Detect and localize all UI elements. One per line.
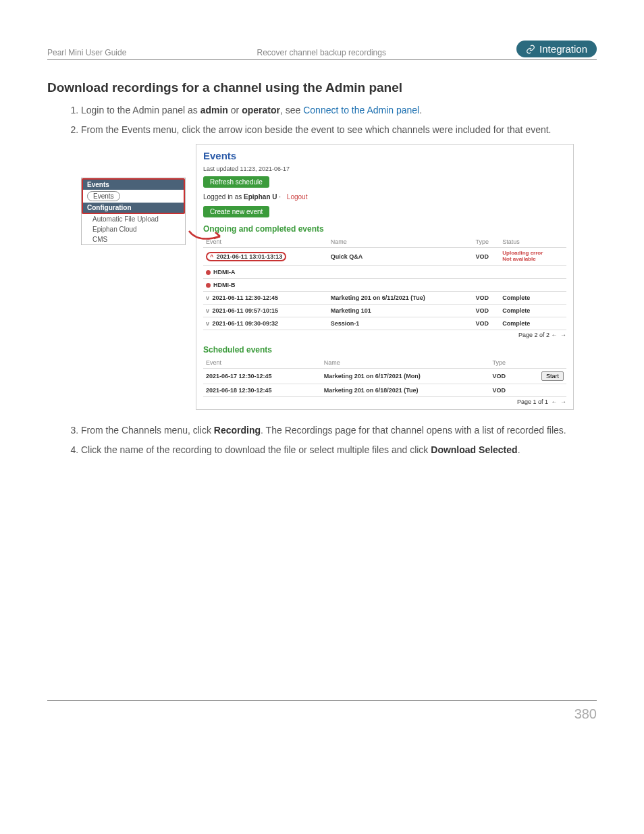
table-row[interactable]: 2021-06-18 12:30-12:45 Marketing 201 on … [203,384,566,396]
sidebar-item-events[interactable]: Events [87,191,120,201]
connect-admin-link[interactable]: Connect to the Admin panel [303,105,419,115]
sidebar-config-head: Configuration [83,203,184,213]
chevron-up-icon[interactable]: ^ [210,253,213,260]
record-dot-icon [206,283,211,288]
steps-list-cont: From the Channels menu, click Recording.… [47,423,597,457]
chevron-down-icon[interactable]: v [206,294,209,301]
start-button[interactable]: Start [541,371,564,381]
events-panel: Events Last updated 11:23, 2021-06-17 Re… [196,144,574,410]
ongoing-table: Event Name Type Status ^ 2021-06-11 13:0… [203,236,566,330]
scheduled-table: Event Name Type 2021-06-17 12:30-12:45 M… [203,357,566,397]
table-row[interactable]: v 2021-06-11 09:57-10:15 Marketing 101 V… [203,304,566,317]
next-page-icon[interactable]: → [560,332,566,338]
integration-badge: Integration [516,41,597,57]
col-name: Name [328,236,473,248]
chevron-down-icon[interactable]: v [206,307,209,314]
logout-link[interactable]: Logout [287,193,308,201]
prev-page-icon[interactable]: ← [551,398,557,405]
step-2: From the Events menu, click the arrow ic… [81,123,597,137]
page-header: Pearl Mini User Guide Recover channel ba… [47,41,597,60]
annotation-arrow-icon [188,228,225,245]
sidebar-item-epiphan-cloud[interactable]: Epiphan Cloud [82,224,185,234]
col-status: Status [500,236,566,248]
ongoing-heading: Ongoing and completed events [203,224,566,234]
prev-page-icon[interactable]: ← [551,332,557,338]
login-line: Logged in as Epiphan U · Logout [203,193,566,201]
table-row[interactable]: v 2021-06-11 09:30-09:32 Session-1 VOD C… [203,317,566,330]
sidebar-item-autoupload[interactable]: Automatic File Upload [82,214,185,224]
sidebar-events-head: Events [83,180,184,190]
scheduled-heading: Scheduled events [203,345,566,355]
guide-name: Pearl Mini User Guide [47,48,126,57]
record-dot-icon [206,270,211,275]
step-4: Click the name of the recording to downl… [81,443,597,457]
refresh-schedule-button[interactable]: Refresh schedule [203,176,269,188]
screenshot: Events Events Configuration Automatic Fi… [81,144,597,410]
sidebar-item-cms[interactable]: CMS [82,234,185,244]
table-row[interactable]: v 2021-06-11 12:30-12:45 Marketing 201 o… [203,291,566,304]
page-number: 380 [47,706,597,722]
step-1: Login to the Admin panel as admin or ope… [81,103,597,118]
link-icon [526,45,535,54]
create-event-button[interactable]: Create new event [203,206,269,217]
pager-scheduled: Page 1 of 1 ← → [203,398,566,405]
page-title: Download recordings for a channel using … [47,80,597,95]
pager-ongoing: Page 2 of 2 ← → [203,332,566,338]
step-3: From the Channels menu, click Recording.… [81,423,597,438]
col-type: Type [473,236,500,248]
table-row[interactable]: HDMI-B [203,278,566,291]
chevron-down-icon[interactable]: v [206,320,209,327]
sidebar: Events Events Configuration Automatic Fi… [81,178,186,245]
section-name: Recover channel backup recordings [257,48,386,57]
table-row[interactable]: ^ 2021-06-11 13:01-13:13 Quick Q&A VOD U… [203,248,566,266]
table-row[interactable]: HDMI-A [203,265,566,278]
steps-list: Login to the Admin panel as admin or ope… [47,103,597,137]
next-page-icon[interactable]: → [560,398,566,405]
table-row[interactable]: 2021-06-17 12:30-12:45 Marketing 201 on … [203,368,566,384]
events-title: Events [203,150,566,161]
footer-rule [47,700,597,701]
last-updated: Last updated 11:23, 2021-06-17 [203,165,566,172]
